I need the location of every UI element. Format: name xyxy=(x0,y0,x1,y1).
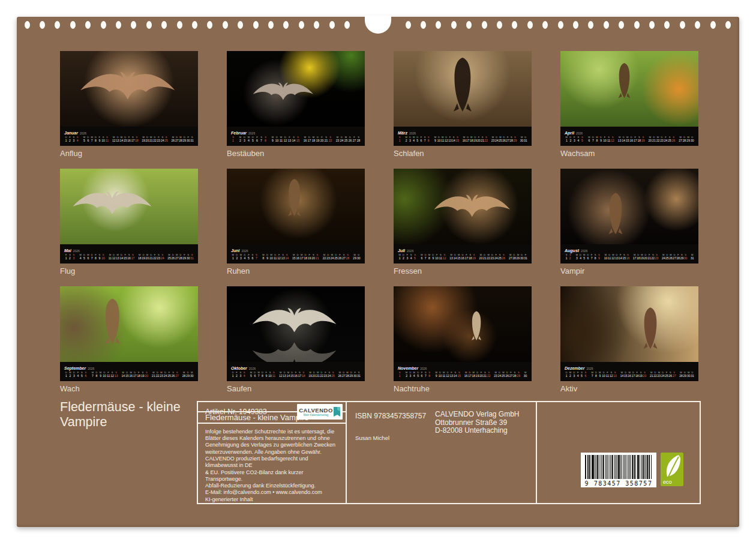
barcode-bar xyxy=(602,455,602,479)
day-cell: S7 xyxy=(254,253,259,260)
day-cell: S15 xyxy=(296,136,300,142)
binding-hole xyxy=(527,21,533,29)
month-thumbnail-grid: Januar2026 D1F2S3S4M5D6M7D8F9S10S11M12D1… xyxy=(60,51,698,394)
day-cell: S26 xyxy=(502,253,505,260)
binding-hole xyxy=(406,21,411,29)
month-calendar-strip: Juni2026 M1D2M3D4F5S6S7M8D9M10D11F12S13S… xyxy=(227,244,365,263)
barcode-bar xyxy=(616,455,616,479)
month-caption: Fressen xyxy=(394,266,532,276)
calvendo-logo-text: CALVENDO Mein Kalenderverlag xyxy=(299,408,333,417)
barcode-bar xyxy=(605,455,606,479)
day-cell: M2 xyxy=(238,136,242,142)
binding-hole xyxy=(101,21,106,29)
month-year: 2026 xyxy=(576,131,583,135)
barcode-bar xyxy=(592,455,592,479)
month-caption: Ruhen xyxy=(227,266,365,276)
bat-icon xyxy=(282,178,307,217)
binding-hole xyxy=(55,21,60,29)
hanger-notch xyxy=(365,16,391,34)
day-cell: S7 xyxy=(259,136,263,142)
binding-hole xyxy=(680,21,685,29)
binding-hole xyxy=(268,21,274,29)
day-cell: M16 xyxy=(303,136,307,142)
day-cell: S5 xyxy=(580,136,584,142)
month-calendar-strip: September2026 D1M2D3F4S5S6M7D8M9D10F11S1… xyxy=(60,362,198,381)
day-cell: S17 xyxy=(131,253,134,260)
barcode-bar xyxy=(651,455,652,479)
day-cell: F20 xyxy=(320,136,324,142)
day-cell: S1 xyxy=(231,136,235,142)
month-tile: Mai2026 F1S2S3M4D5M6D7F8S9S10M11D12M13D1… xyxy=(60,169,198,276)
bat-icon xyxy=(637,306,664,351)
barcode-digits: 9 783457 358757 xyxy=(581,480,656,487)
month-tile: Dezember2026 D1M2D3F4S5S6M7D8M9D10F11S12… xyxy=(560,286,698,394)
bat-icon xyxy=(78,68,178,104)
month-calendar-strip: März2026 S1M2D3M4D5F6S7S8M9D10M11D12F13S… xyxy=(394,127,532,146)
day-cell: S9 xyxy=(597,253,601,260)
day-cell: S4 xyxy=(76,136,79,142)
binding-hole xyxy=(588,21,593,29)
publisher-address: CALVENDO Verlag GmbH Ottobrunner Straße … xyxy=(435,411,520,435)
barcode-bar xyxy=(610,455,610,479)
barcode-bar xyxy=(597,455,598,479)
month-name: Februar xyxy=(231,131,247,135)
barcode-bar xyxy=(614,455,615,479)
binding-hole xyxy=(344,21,350,29)
binding-hole xyxy=(634,21,640,29)
month-caption: Wach xyxy=(60,384,198,394)
month-caption: Wachsam xyxy=(560,149,698,158)
day-cell: S29 xyxy=(513,136,517,142)
month-year: 2026 xyxy=(80,131,86,135)
day-cell: F6 xyxy=(255,136,259,142)
month-days-row: S1M2D3M4D5F6S7S8M9D10M11D12F13S14S15M16D… xyxy=(398,136,527,142)
day-cell: S8 xyxy=(427,136,430,142)
binding-hole xyxy=(619,21,624,29)
day-cell: M18 xyxy=(311,136,316,142)
binding-hole xyxy=(466,21,472,29)
binding-hole xyxy=(116,21,121,29)
binding-hole xyxy=(192,21,197,29)
day-cell: S16 xyxy=(626,253,629,260)
month-caption: Bestäuben xyxy=(227,149,365,158)
month-photo xyxy=(394,51,532,127)
bat-icon xyxy=(445,56,481,113)
day-cell: S8 xyxy=(428,371,431,378)
barcode: 9 783457 358757 xyxy=(581,453,656,487)
binding-hole xyxy=(649,21,655,29)
binding-hole xyxy=(451,21,457,29)
month-tile: Oktober2026 D1F2S3S4M5D6M7D8F9S10S11M12D… xyxy=(227,286,365,394)
barcode-bar xyxy=(637,455,638,479)
month-year: 2026 xyxy=(407,249,413,253)
day-cell: S1 xyxy=(398,371,401,378)
binding-hole xyxy=(70,21,76,29)
month-calendar-strip: Mai2026 F1S2S3M4D5M6D7F8S9S10M11D12M13D1… xyxy=(60,244,198,263)
eco-badge: eco xyxy=(661,453,683,486)
day-cell: S22 xyxy=(328,136,332,142)
binding-hole xyxy=(161,21,167,29)
month-year: 2026 xyxy=(581,249,587,253)
month-caption: Vampir xyxy=(560,266,698,276)
barcode-bar xyxy=(587,455,588,479)
month-days-row: M1D2F3S4S5M6D7M8D9F10S11S12M13D14M15D16F… xyxy=(565,136,694,142)
day-cell: S15 xyxy=(455,136,459,142)
day-cell: M31 xyxy=(691,253,694,260)
month-calendar-strip: Juli2026 M1D2F3S4S5M6D7M8D9F10S11S12M13D… xyxy=(394,244,532,263)
day-cell: M30 xyxy=(523,371,527,378)
day-cell: S19 xyxy=(641,136,646,142)
binding-hole xyxy=(25,21,30,29)
barcode-bar xyxy=(634,455,635,479)
month-calendar-strip: Februar2026 S1M2D3M4D5F6S7S8M9D10M11D12F… xyxy=(227,127,365,146)
month-photo xyxy=(394,286,532,362)
barcode-bar xyxy=(632,455,633,479)
day-cell: S28 xyxy=(346,253,350,260)
day-cell: S20 xyxy=(643,371,646,378)
day-cell: M4 xyxy=(247,136,251,142)
binding-hole xyxy=(664,21,670,29)
calendar-sheet: Januar2026 D1F2S3S4M5D6M7D8F9S10S11M12D1… xyxy=(17,17,739,527)
day-cell: D17 xyxy=(307,136,311,142)
barcode-bar xyxy=(620,455,622,479)
month-name: Mai xyxy=(64,248,71,253)
binding-hole xyxy=(146,21,152,29)
day-cell: S25 xyxy=(331,371,335,378)
day-cell: S18 xyxy=(135,136,139,142)
